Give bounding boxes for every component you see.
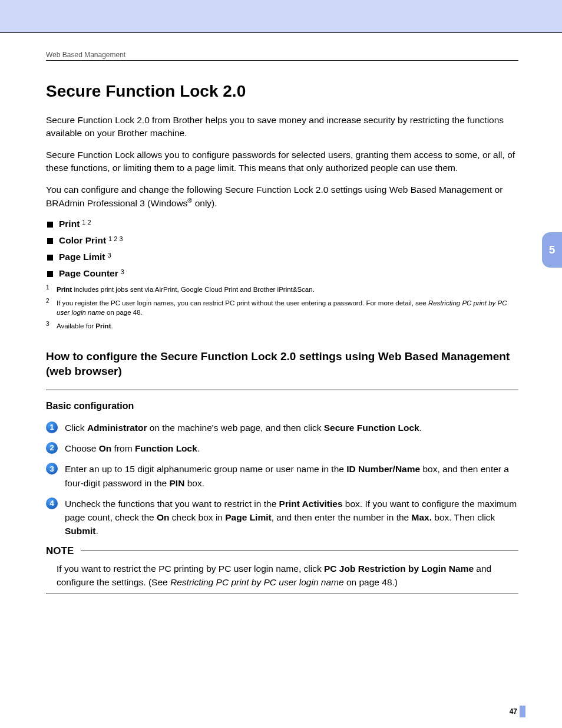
page-number-bar: [520, 706, 525, 717]
footnote-3: 3 Available for Print.: [46, 321, 518, 331]
step-4: 4 Uncheck the functions that you want to…: [46, 497, 518, 538]
bullet-label: Color Print: [59, 235, 106, 245]
bullet-footrefs: 3: [107, 252, 111, 259]
step-text: Enter an up to 15 digit alphanumeric gro…: [65, 462, 518, 490]
note-italic-ref: Restricting PC print by PC user login na…: [170, 577, 344, 587]
step-span: box.: [184, 478, 204, 488]
page-title: Secure Function Lock 2.0: [46, 82, 518, 101]
footnote-num: 2: [46, 297, 57, 317]
step-bold: ID Number/Name: [346, 464, 420, 474]
footnote-bold: Print: [57, 286, 72, 293]
footnote-num: 3: [46, 320, 57, 330]
step-span: Uncheck the functions that you want to r…: [65, 499, 279, 509]
bullet-label: Page Counter: [59, 268, 118, 278]
footnote-1: 1 Print includes print jobs sent via Air…: [46, 285, 518, 295]
intro-paragraph-1: Secure Function Lock 2.0 from Brother he…: [46, 114, 518, 140]
step-bold: On: [157, 512, 170, 522]
note-block: NOTE If you want to restrict the PC prin…: [46, 545, 518, 595]
feature-bullet-list: Print1 2 Color Print1 2 3 Page Limit3 Pa…: [47, 219, 518, 279]
section-heading: How to configure the Secure Function Loc…: [46, 349, 518, 379]
bullet-label: Print: [59, 219, 80, 229]
square-bullet-icon: [47, 255, 53, 261]
step-bold: On: [99, 443, 112, 453]
step-text: Click Administrator on the machine's web…: [65, 421, 518, 434]
step-1: 1 Click Administrator on the machine's w…: [46, 421, 518, 434]
step-span: .: [96, 526, 98, 536]
header-bar: [0, 0, 562, 33]
step-span: Click: [65, 423, 87, 433]
step-bold: Print Activities: [279, 499, 343, 509]
step-bold: PIN: [169, 478, 184, 488]
step-bold: Secure Function Lock: [324, 423, 419, 433]
footnote-text: Available for: [57, 322, 95, 330]
square-bullet-icon: [47, 271, 53, 277]
square-bullet-icon: [47, 238, 53, 244]
step-span: from: [111, 443, 135, 453]
bullet-footrefs: 1 2: [82, 219, 91, 226]
bullet-label: Page Limit: [59, 252, 105, 262]
bullet-print: Print1 2: [47, 219, 518, 229]
step-text: Uncheck the functions that you want to r…: [65, 497, 518, 538]
para3-part-a: You can configure and change the followi…: [46, 185, 503, 209]
note-span: on page 48.): [344, 577, 398, 587]
section-rule: [46, 390, 518, 390]
footnote-text: If you register the PC user login names,…: [57, 299, 428, 307]
step-text: Choose On from Function Lock.: [65, 442, 518, 455]
para3-part-b: only).: [192, 199, 217, 209]
step-3: 3 Enter an up to 15 digit alphanumeric g…: [46, 462, 518, 490]
note-label: NOTE: [46, 545, 74, 557]
step-bold: Submit: [65, 526, 96, 536]
step-2: 2 Choose On from Function Lock.: [46, 442, 518, 455]
step-span: .: [197, 443, 200, 453]
running-header: Web Based Management: [46, 51, 518, 59]
bullet-footrefs: 1 2 3: [108, 235, 123, 242]
step-number-badge: 4: [46, 498, 58, 509]
bullet-page-limit: Page Limit3: [47, 252, 518, 262]
footnote-text: .: [111, 322, 113, 330]
step-span: box. Then click: [432, 512, 495, 522]
note-rule-bottom: [46, 594, 518, 594]
step-bold: Page Limit: [225, 512, 271, 522]
step-span: Enter an up to 15 digit alphanumeric gro…: [65, 464, 346, 474]
step-span: .: [419, 423, 422, 433]
step-span: check box in: [170, 512, 226, 522]
bullet-color-print: Color Print1 2 3: [47, 235, 518, 246]
footnote-2: 2 If you register the PC user login name…: [46, 298, 518, 318]
note-bold: PC Job Restriction by Login Name: [324, 564, 474, 574]
step-bold: Administrator: [87, 423, 147, 433]
note-body: If you want to restrict the PC printing …: [57, 562, 518, 589]
footnotes: 1 Print includes print jobs sent via Air…: [46, 285, 518, 331]
step-span: on the machine's web page, and then clic…: [147, 423, 324, 433]
page-content: Web Based Management Secure Function Loc…: [0, 33, 562, 728]
footnote-text: includes print jobs sent via AirPrint, G…: [72, 286, 315, 293]
note-span: If you want to restrict the PC printing …: [57, 564, 324, 574]
header-rule: [46, 60, 518, 61]
bullet-page-counter: Page Counter3: [47, 268, 518, 279]
intro-paragraph-2: Secure Function Lock allows you to confi…: [46, 149, 518, 175]
bullet-footrefs: 3: [121, 268, 124, 275]
page-number: 47: [510, 707, 517, 716]
footnote-text: on page 48.: [105, 309, 143, 316]
step-number-badge: 2: [46, 442, 58, 454]
note-rule-top: [81, 551, 518, 551]
footnote-bold: Print: [95, 322, 111, 330]
subsection-heading: Basic configuration: [46, 401, 518, 411]
page-number-wrap: 47: [510, 706, 525, 717]
step-span: , and then enter the number in the: [272, 512, 412, 522]
intro-paragraph-3: You can configure and change the followi…: [46, 183, 518, 210]
step-bold: Max.: [412, 512, 432, 522]
square-bullet-icon: [47, 222, 53, 228]
step-span: Choose: [65, 443, 99, 453]
step-bold: Function Lock: [135, 443, 197, 453]
step-number-badge: 3: [46, 463, 58, 475]
footnote-num: 1: [46, 284, 57, 294]
step-number-badge: 1: [46, 421, 58, 433]
chapter-tab: 5: [542, 232, 562, 268]
